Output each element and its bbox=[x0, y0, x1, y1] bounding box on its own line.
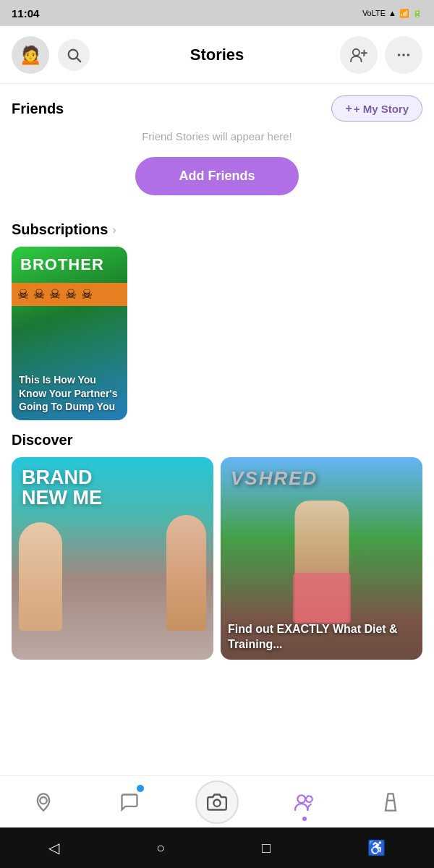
discover-card-2-caption: Find out EXACTLY What Diet & Training... bbox=[228, 622, 415, 652]
back-button[interactable]: ◁ bbox=[48, 839, 59, 856]
discover-section: Discover BRANDNEW ME VSHRED Find out EXA… bbox=[0, 426, 434, 660]
skull-icon-5: ☠ bbox=[81, 286, 93, 302]
discover-card-1-title: BRANDNEW ME bbox=[22, 467, 102, 509]
svg-point-5 bbox=[398, 54, 401, 56]
skull-icon-2: ☠ bbox=[33, 286, 45, 302]
svg-point-7 bbox=[407, 54, 410, 56]
nav-item-stories[interactable] bbox=[284, 782, 325, 822]
nav-item-spotlight[interactable] bbox=[370, 782, 411, 822]
sub-card-caption: This Is How You Know Your Partner's Goin… bbox=[19, 373, 120, 413]
status-time: 11:04 bbox=[12, 7, 39, 20]
header: 🙍 Stories bbox=[0, 26, 434, 84]
add-person-icon bbox=[349, 47, 368, 63]
friend-stories-message: Friend Stories will appear here! bbox=[12, 130, 422, 142]
discover-cards: BRANDNEW ME VSHRED Find out EXACTLY What… bbox=[12, 457, 422, 660]
page-title: Stories bbox=[190, 46, 244, 64]
stories-icon bbox=[294, 792, 315, 812]
home-button[interactable]: ○ bbox=[156, 840, 165, 856]
discover-card-brand-new-me[interactable]: BRANDNEW ME bbox=[12, 457, 213, 660]
svg-line-1 bbox=[77, 58, 80, 61]
skull-icon-3: ☠ bbox=[49, 286, 61, 302]
battery-icon: 🔋 bbox=[412, 9, 422, 18]
chat-badge bbox=[137, 785, 144, 792]
discover-card-2-brand: VSHRED bbox=[231, 467, 318, 490]
header-left: 🙍 bbox=[12, 36, 90, 74]
nav-item-chat[interactable] bbox=[109, 782, 150, 822]
recent-button[interactable]: □ bbox=[262, 840, 271, 856]
svg-point-9 bbox=[213, 799, 220, 806]
skull-icon-4: ☠ bbox=[65, 286, 77, 302]
nav-item-map[interactable] bbox=[23, 782, 64, 822]
discover-label: Discover bbox=[12, 432, 422, 448]
svg-point-8 bbox=[40, 797, 46, 804]
subscriptions-label: Subscriptions bbox=[12, 221, 108, 238]
svg-point-6 bbox=[402, 54, 405, 56]
add-friends-button[interactable]: Add Friends bbox=[135, 157, 298, 195]
status-icons: VoLTE ▲ 📶 🔋 bbox=[362, 9, 422, 18]
avatar-icon: 🙍 bbox=[19, 43, 42, 66]
camera-icon bbox=[207, 792, 227, 812]
active-dot bbox=[302, 817, 307, 821]
my-story-label: + My Story bbox=[354, 103, 409, 115]
add-friend-button[interactable] bbox=[340, 36, 378, 74]
volte-icon: VoLTE bbox=[362, 9, 386, 17]
subscriptions-header: Subscriptions › bbox=[12, 221, 422, 238]
subscription-card[interactable]: BROTHER ☠ ☠ ☠ ☠ ☠ This Is How You Know Y… bbox=[12, 247, 127, 420]
more-icon bbox=[396, 47, 412, 63]
search-button[interactable] bbox=[58, 39, 90, 71]
avatar-button[interactable]: 🙍 bbox=[12, 36, 49, 74]
spotlight-icon bbox=[383, 792, 399, 812]
svg-point-11 bbox=[306, 796, 312, 802]
status-bar: 11:04 VoLTE ▲ 📶 🔋 bbox=[0, 0, 434, 26]
header-right bbox=[340, 36, 422, 74]
search-icon bbox=[66, 47, 82, 63]
wifi-icon: ▲ bbox=[388, 9, 396, 17]
friends-section: Friends + + My Story Friend Stories will… bbox=[0, 84, 434, 216]
skull-icon-1: ☠ bbox=[17, 286, 29, 302]
friends-label: Friends bbox=[12, 101, 64, 117]
subscription-cards: BROTHER ☠ ☠ ☠ ☠ ☠ This Is How You Know Y… bbox=[12, 247, 422, 420]
svg-marker-12 bbox=[386, 793, 396, 810]
more-button[interactable] bbox=[385, 36, 422, 74]
chevron-right-icon: › bbox=[112, 224, 116, 237]
svg-point-10 bbox=[298, 795, 306, 803]
map-icon bbox=[33, 792, 54, 812]
nav-item-camera[interactable] bbox=[195, 780, 239, 824]
accessibility-button[interactable]: ♿ bbox=[367, 839, 386, 856]
sub-card-title: BROTHER bbox=[20, 255, 104, 274]
discover-card-vshred[interactable]: VSHRED Find out EXACTLY What Diet & Trai… bbox=[221, 457, 422, 660]
signal-icon: 📶 bbox=[399, 9, 409, 18]
svg-point-2 bbox=[353, 48, 359, 55]
android-nav-bar: ◁ ○ □ ♿ bbox=[0, 827, 434, 868]
chat-icon bbox=[119, 792, 140, 812]
bottom-nav bbox=[0, 775, 434, 827]
friends-header: Friends + + My Story bbox=[12, 95, 422, 122]
plus-icon: + bbox=[345, 102, 352, 115]
sub-card-tape: ☠ ☠ ☠ ☠ ☠ bbox=[12, 283, 127, 306]
my-story-button[interactable]: + + My Story bbox=[331, 95, 422, 122]
subscriptions-section: Subscriptions › BROTHER ☠ ☠ ☠ ☠ ☠ This I… bbox=[0, 216, 434, 426]
